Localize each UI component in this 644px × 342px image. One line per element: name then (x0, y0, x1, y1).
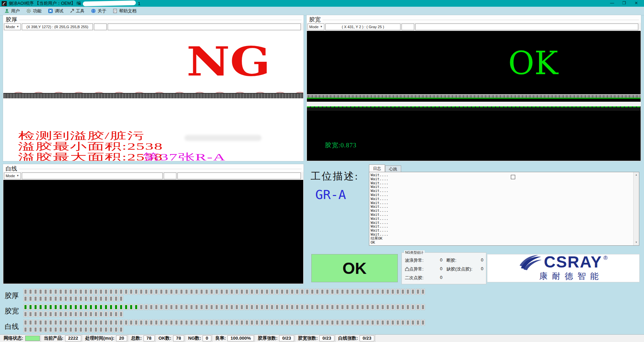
maximize-button[interactable]: ❐ (618, 0, 630, 7)
indicator-cell (260, 289, 264, 295)
status-bar: 网络状态:当前产品:2222处理时间(ms):20总数:78OK数:78NG数:… (0, 334, 644, 342)
aux-field[interactable] (401, 23, 414, 30)
indicator-cell (159, 289, 163, 295)
menu-item-label: 用户 (11, 8, 20, 14)
indicator-cell (54, 296, 58, 302)
log-line: Wait.... (371, 205, 632, 209)
tab-log[interactable]: 日志 (369, 164, 385, 172)
indicator-cell (69, 296, 73, 302)
indicator-cell (320, 289, 324, 295)
indicator-cell (416, 320, 420, 326)
indicator-cell (396, 304, 400, 310)
chevron-down-icon: ▼ (320, 25, 323, 28)
menu-item-about[interactable]: 关于 (89, 7, 110, 15)
minimize-button[interactable]: — (606, 0, 618, 7)
close-button[interactable]: ✕ (630, 0, 642, 7)
message-field[interactable] (415, 23, 638, 30)
tab-heartbeat[interactable]: 心跳 (385, 165, 401, 172)
indicator-cell (169, 320, 173, 326)
message-field[interactable] (108, 23, 301, 30)
indicator-cell (340, 320, 344, 326)
indicator-cell (205, 304, 209, 310)
indicator-cell (64, 320, 68, 326)
indicator-cell (59, 289, 63, 295)
ng-statistics-title: NG类型统计 (404, 250, 425, 255)
indicator-cell (74, 327, 78, 333)
indicator-cell (280, 320, 284, 326)
mode-dropdown[interactable]: Mode▼ (308, 23, 324, 30)
indicator-cell (23, 311, 28, 317)
mode-label: Mode (6, 25, 15, 29)
status-item: OK数:78 (156, 335, 184, 341)
log-list[interactable]: Wait....Wait....Wait....Wait....Wait....… (369, 172, 639, 246)
indicator-cell (99, 327, 103, 333)
indicator-cell (39, 296, 43, 302)
indicator-cell (23, 304, 28, 310)
indicator-cell (89, 289, 93, 295)
indicator-cell (305, 289, 309, 295)
pixel-coord-readout[interactable]: (X 398,Y 1272) : (R 255,G 255,B 255) (22, 23, 93, 30)
aux-field[interactable] (164, 173, 176, 179)
menu-item-function[interactable]: 功能 (24, 7, 46, 15)
glue-thickness-image[interactable]: NG 检测到溢胶/脏污 溢胶最小面积:2538 溢胶最大面积:2538 第37张… (3, 31, 303, 161)
indicator-row (23, 289, 426, 296)
aux-field[interactable] (94, 23, 107, 30)
indicator-cell (215, 320, 219, 326)
indicator-cell (79, 311, 83, 317)
indicator-cell (39, 289, 43, 295)
log-line: Wait.... (371, 177, 632, 181)
status-item: 网络状态: (1, 335, 40, 341)
indicator-cell (49, 327, 53, 333)
pixel-coord-readout[interactable]: ( X 431, Y 2 ) : ( Gray 25 ) (325, 23, 400, 30)
log-line: OK (371, 241, 632, 245)
menu-item-label: 调试 (55, 8, 63, 14)
scroll-down-icon[interactable]: ▼ (634, 240, 639, 245)
detected-edge-line (307, 98, 641, 99)
indicator-cell (94, 311, 98, 317)
indicator-cell (49, 289, 53, 295)
indicator-cell (310, 304, 314, 310)
grid-group-label: 胶厚 (5, 289, 21, 303)
indicator-cell (79, 296, 83, 302)
indicator-cell (54, 311, 58, 317)
help-doc-icon (113, 8, 117, 13)
white-line-image[interactable] (3, 180, 303, 284)
indicator-cell (39, 304, 43, 310)
pixel-coord-readout[interactable] (22, 173, 163, 179)
message-field[interactable] (177, 173, 301, 179)
indicator-cell (386, 304, 390, 310)
menu-item-tools[interactable]: 工具 (67, 7, 89, 15)
indicator-cell (275, 320, 279, 326)
logo-subtitle: 康耐德智能 (524, 271, 603, 282)
indicator-cell (401, 320, 405, 326)
result-ok-button[interactable]: OK (311, 254, 398, 282)
log-scrollbar[interactable]: ▲ ▼ (633, 172, 639, 245)
indicator-cell (174, 320, 178, 326)
indicator-cell (200, 304, 204, 310)
stat-label: 断胶: (446, 257, 457, 263)
indicator-cell (356, 304, 360, 310)
indicator-cell (164, 289, 168, 295)
log-checkbox[interactable] (511, 175, 515, 179)
log-line: Wait.... (371, 225, 632, 229)
scroll-up-icon[interactable]: ▲ (634, 172, 639, 178)
indicator-cell (64, 296, 68, 302)
indicator-cell (250, 304, 254, 310)
indicator-cell (381, 289, 385, 295)
mode-dropdown[interactable]: Mode▼ (4, 173, 21, 179)
vendor-logo: CSRAY ® 康耐德智能 (487, 254, 640, 282)
indicator-cell (260, 320, 264, 326)
indicator-cell (114, 289, 118, 295)
indicator-cell (104, 311, 108, 317)
indicator-cell (99, 289, 103, 295)
menu-item-user[interactable]: 用户 (2, 7, 24, 15)
glue-width-image[interactable]: OK 胶宽:0.873 (307, 31, 641, 161)
indicator-cell (265, 304, 269, 310)
indicator-cell (225, 304, 229, 310)
mode-dropdown[interactable]: Mode▼ (4, 23, 21, 30)
indicator-cell (109, 289, 113, 295)
indicator-cell (84, 320, 88, 326)
menu-item-help[interactable]: 帮助文档 (110, 7, 141, 15)
menu-item-debug[interactable]: 调试 (46, 7, 67, 15)
indicator-cell (235, 289, 239, 295)
